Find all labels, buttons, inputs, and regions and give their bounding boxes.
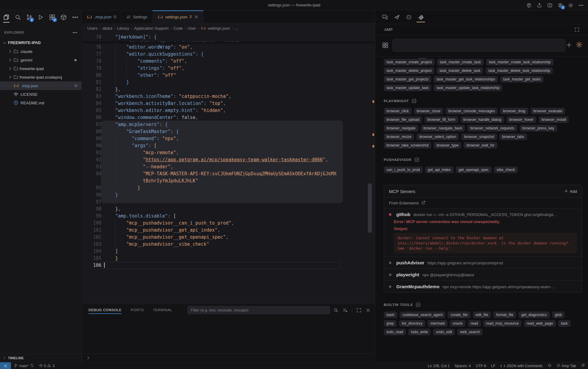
tool-chip-browser_wait_for[interactable]: browser_wait_for [464, 142, 497, 149]
notifications-bell[interactable] [581, 363, 585, 368]
close-icon[interactable] [194, 15, 198, 19]
timeline-section[interactable]: TIMELINE [0, 354, 81, 362]
checkbox-checked-icon[interactable] [412, 99, 417, 103]
mcp-server-grammcpauthdemo[interactable]: GramMcpauthdemonpx mcp-remote https://ap… [384, 281, 582, 292]
tree-item-freewrite-ipad-xcodeproj[interactable]: freewrite-ipad.xcodeproj [0, 73, 81, 81]
amp-tab-status[interactable]: Amp Tab [556, 363, 576, 368]
copilot-status[interactable] [548, 363, 552, 368]
tool-chip-can_i_push_to_prod[interactable]: can_i_push_to_prod [384, 166, 423, 173]
breadcrumb-item[interactable]: Application Support [134, 26, 169, 31]
indentation[interactable]: Spaces: 4 [454, 364, 471, 368]
tool-chip-get_diagnostics[interactable]: get_diagnostics [518, 311, 549, 318]
kangaroo-icon[interactable] [393, 12, 401, 22]
more-icon[interactable] [579, 3, 584, 8]
tree-item-license[interactable]: LICENSE [0, 90, 81, 99]
remote-indicator[interactable] [0, 362, 11, 369]
account-icon[interactable]: 1 [558, 3, 563, 8]
add-mcp-server-button[interactable]: Add [564, 189, 577, 194]
tool-chip-browser_network_requests[interactable]: browser_network_requests [467, 125, 517, 132]
tool-chip-browser_select_option[interactable]: browser_select_option [417, 133, 459, 140]
tool-chip-todo_write[interactable]: todo_write [408, 329, 431, 335]
tool-chip-browser_navigate[interactable]: browser_navigate [384, 125, 418, 132]
checkbox-checked-icon[interactable] [414, 157, 419, 162]
tool-chip-task_master_get_projects[interactable]: task_master_get_projects [384, 76, 431, 83]
tool-chip-task_master_get_tasks[interactable]: task_master_get_tasks [500, 76, 544, 83]
tool-chip-grep[interactable]: grep [384, 320, 397, 327]
tool-chip-browser_type[interactable]: browser_type [434, 142, 461, 149]
breadcrumb-item[interactable]: Users [87, 26, 98, 31]
language-mode[interactable]: { } JSON with Comments [500, 364, 543, 368]
breadcrumb-item[interactable]: abdul [103, 26, 112, 31]
source-control-icon[interactable]: 2 [25, 12, 33, 23]
tool-chip-browser_take_screenshot[interactable]: browser_take_screenshot [384, 142, 431, 149]
search-icon[interactable] [334, 308, 338, 313]
tree-item-readme-md[interactable]: README.md [0, 99, 81, 107]
tool-chip-todo_read[interactable]: todo_read [384, 329, 406, 335]
tool-chip-task_master_delete_task[interactable]: task_master_delete_task [437, 67, 483, 74]
remote-box-icon[interactable] [60, 12, 67, 23]
debug-repl-prompt[interactable] [82, 353, 375, 362]
tool-chip-create_file[interactable]: create_file [448, 311, 470, 318]
problems-item[interactable]: 0 3 [39, 363, 55, 368]
split-editor-icon[interactable] [547, 3, 552, 8]
editor-scrollbar-thumb[interactable] [368, 184, 372, 233]
panel-tab-debug-console[interactable]: DEBUG CONSOLE [89, 304, 122, 316]
tool-chip-read[interactable]: read [468, 320, 481, 327]
tool-chip-browser_handle_dialog[interactable]: browser_handle_dialog [461, 116, 504, 123]
tool-chip-vibe_check[interactable]: vibe_check [494, 166, 518, 173]
robot-icon[interactable] [405, 12, 413, 22]
breadcrumb-item[interactable]: User [188, 26, 196, 31]
code-editor[interactable]: 75 "diffEditor.ignoreTrimWhitespace": fa… [82, 33, 375, 304]
breadcrumb[interactable]: Users›abdul›Library›Application Support›… [82, 23, 375, 33]
from-extensions-row[interactable]: From Extensions [384, 198, 582, 208]
git-branch-item[interactable]: main* [14, 363, 34, 368]
tool-chip-browser_evaluate[interactable]: browser_evaluate [531, 108, 565, 114]
grid-icon[interactable] [382, 42, 389, 49]
tool-chip-format_file[interactable]: format_file [493, 311, 516, 318]
tool-chip-list_directory[interactable]: list_directory [399, 320, 425, 327]
share-icon[interactable] [537, 3, 542, 8]
tool-chip-browser_close[interactable]: browser_close [414, 108, 443, 114]
encoding[interactable]: UTF-8 [476, 364, 486, 368]
amp-gear-icon[interactable] [576, 41, 582, 48]
tool-chip-browser_navigate_back[interactable]: browser_navigate_back [421, 125, 465, 132]
mcp-server-playwright[interactable]: playwrightnpx @playwright/mcp@latest [384, 269, 582, 281]
tool-chip-task_master_create_task[interactable]: task_master_create_task [437, 59, 484, 65]
tool-chip-task_master_create_project[interactable]: task_master_create_project [384, 59, 435, 65]
mcp-server-github[interactable]: githubdocker run -i --rm -e GITHUB_PERSO… [384, 208, 582, 257]
copilot-swirl-icon[interactable] [526, 3, 532, 8]
tool-chip-bash[interactable]: bash [384, 311, 397, 318]
plus-icon[interactable] [566, 42, 572, 48]
tool-chip-browser_file_upload[interactable]: browser_file_upload [384, 116, 422, 123]
tree-item-freewrite-ipad[interactable]: freewrite-ipad [0, 64, 81, 73]
breadcrumb-tail[interactable]: … [235, 26, 239, 31]
files-icon[interactable] [2, 12, 10, 23]
tool-chip-codebase_search_agent[interactable]: codebase_search_agent [400, 311, 445, 318]
tool-chip-task[interactable]: task [558, 320, 571, 327]
maximize-panel-icon[interactable] [356, 308, 361, 313]
eol[interactable]: LF [491, 364, 496, 368]
debug-filter-input[interactable] [187, 306, 330, 314]
breadcrumb-item[interactable]: Library [117, 26, 129, 31]
tool-chip-browser_resize[interactable]: browser_resize [384, 133, 414, 140]
tool-chip-browser_click[interactable]: browser_click [384, 108, 412, 114]
tree-item--gemini[interactable]: .gemini [0, 56, 81, 64]
extensions-icon[interactable]: 2 [48, 12, 56, 23]
chat-icon[interactable] [381, 12, 389, 22]
breadcrumb-item[interactable]: Code [173, 26, 183, 31]
tool-chip-get_openapi_spec[interactable]: get_openapi_spec [456, 166, 492, 173]
checkbox-checked-icon[interactable] [416, 302, 420, 307]
tool-chip-browser_press_key[interactable]: browser_press_key [520, 125, 557, 132]
panel-tab-ports[interactable]: PORTS [131, 304, 144, 316]
tool-chip-get_api_index[interactable]: get_api_index [425, 166, 454, 173]
tool-chip-browser_hover[interactable]: browser_hover [507, 116, 536, 123]
amp-tab-icon[interactable] [417, 12, 424, 22]
tool-chip-browser_tabs[interactable]: browser_tabs [499, 133, 527, 140]
tab-settings-json[interactable]: {…}settings.json3 [153, 10, 204, 23]
tab-settings[interactable]: Settings [121, 10, 153, 23]
run-debug-icon[interactable] [37, 12, 44, 23]
tool-chip-task_master_delete_task_relationship[interactable]: task_master_delete_task_relationship [486, 67, 553, 74]
gear-icon[interactable] [568, 3, 573, 8]
tool-chip-task_master_update_task_relationship[interactable]: task_master_update_task_relationship [434, 84, 502, 91]
tree-item--mcp-json[interactable]: {…}.mcp.jsonU [0, 81, 81, 90]
